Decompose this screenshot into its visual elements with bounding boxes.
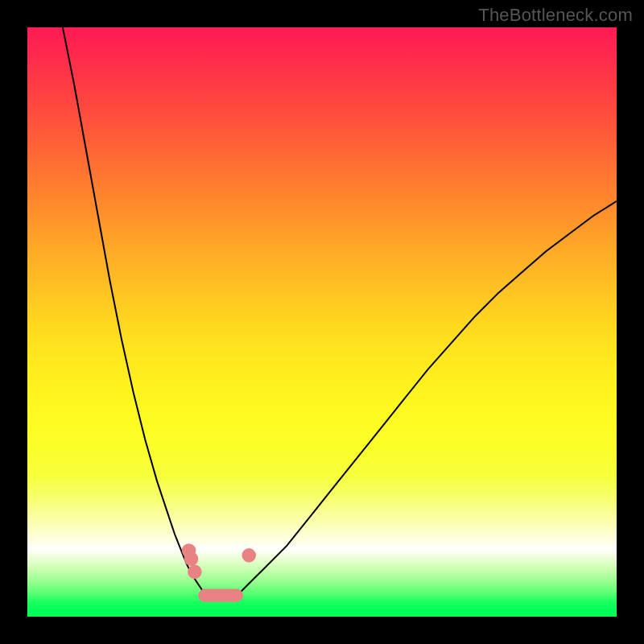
curve-layer <box>27 27 617 617</box>
chart-frame: TheBottleneck.com <box>0 0 644 644</box>
curve-left-branch <box>63 27 204 593</box>
plot-area <box>27 27 617 617</box>
left-dot-lower <box>188 565 202 580</box>
watermark-text: TheBottleneck.com <box>478 5 633 26</box>
curve-right-branch <box>240 201 617 593</box>
right-dot <box>242 548 256 563</box>
marker-group <box>182 543 256 601</box>
left-dot-mid <box>184 551 199 566</box>
valley-pill <box>198 589 243 602</box>
